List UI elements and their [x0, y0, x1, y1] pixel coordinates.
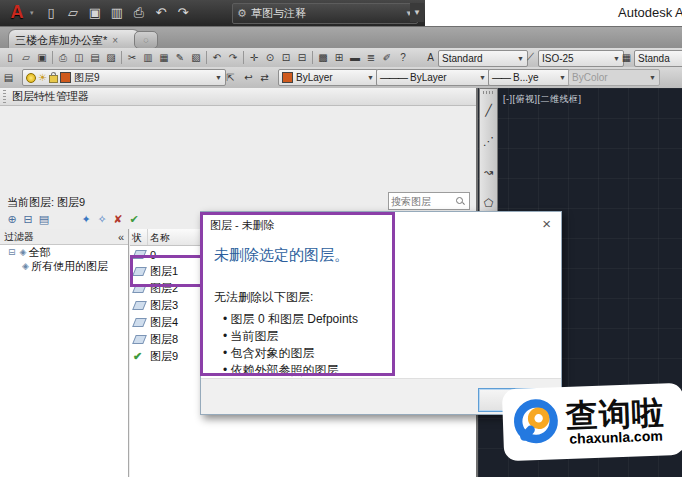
- save-icon[interactable]: ▣: [84, 2, 106, 23]
- tab-close-icon[interactable]: ×: [112, 35, 118, 46]
- layer-states-icon[interactable]: ⇄: [258, 70, 271, 84]
- sheet-set-icon[interactable]: ≣: [363, 50, 379, 65]
- open-file-icon[interactable]: ▱: [62, 2, 84, 23]
- app-menu-button[interactable]: A: [4, 2, 30, 23]
- undo-icon[interactable]: ↶: [209, 50, 225, 65]
- print-icon[interactable]: ⎙: [128, 2, 150, 23]
- help-icon[interactable]: ?: [395, 50, 411, 65]
- filter-tree-item[interactable]: ⊟◈全部: [0, 245, 128, 259]
- file-tab-bar: 三楼仓库加办公室* × ◌: [0, 26, 682, 49]
- make-object-layer-current-icon[interactable]: ⇱: [224, 70, 237, 84]
- zoom-window-icon[interactable]: ⊡: [278, 50, 294, 65]
- new-vp-frozen-layer-icon[interactable]: ✧: [94, 212, 110, 228]
- gear-icon: ⚙: [237, 7, 247, 20]
- redo-icon[interactable]: ↷: [225, 50, 241, 65]
- expand-icon[interactable]: ⊟: [8, 247, 16, 257]
- chevron-down-icon: ▼: [212, 74, 222, 81]
- properties-icon[interactable]: ▩: [315, 50, 331, 65]
- layers-toolbar: ▤ ☀ 图层9 ▼ ⇱ ↩ ⇄ ByLayer ▼ ——— ByLayer ▼ …: [0, 67, 682, 89]
- toolbar-grip[interactable]: [483, 91, 494, 94]
- column-header[interactable]: 状: [130, 229, 148, 245]
- zoom-previous-icon[interactable]: ⊟: [294, 50, 310, 65]
- save-as-icon[interactable]: ▥: [106, 2, 128, 23]
- layer-status-cell: [130, 250, 148, 259]
- plot-style-value: ByColor: [572, 72, 608, 83]
- paste-icon[interactable]: ▦: [156, 50, 172, 65]
- markup-icon[interactable]: ✐: [379, 50, 395, 65]
- linetype-value: ByLayer: [410, 72, 447, 83]
- lineweight-value: B...ye: [513, 72, 539, 83]
- layer-status-cell: [130, 318, 148, 327]
- layer-properties-icon[interactable]: ▤: [2, 70, 15, 84]
- standard-toolbar: ▯▱▣⎙◫▤▨✂▥▦✎▧↶↷✛⊙⊡⊟▩⊞▬≣✐? A Standard ▼ ⟋ …: [0, 48, 682, 68]
- dialog-bullet: 包含对象的图层: [223, 345, 561, 362]
- table-style-dropdown[interactable]: Standa: [634, 50, 682, 67]
- save-icon[interactable]: ▣: [34, 50, 50, 65]
- new-group-filter-icon[interactable]: ⊟: [20, 212, 36, 228]
- dialog-title: 图层 - 未删除: [201, 212, 561, 233]
- new-icon[interactable]: ▯: [2, 50, 18, 65]
- layer-status-icon: [132, 335, 147, 344]
- collapse-icon[interactable]: «: [118, 231, 124, 243]
- file-tab[interactable]: 三楼仓库加办公室* ×: [8, 29, 140, 50]
- table-style-value: Standa: [638, 53, 670, 64]
- layer-search[interactable]: [388, 192, 470, 210]
- workspace-more-button[interactable]: ▼: [410, 3, 424, 22]
- dim-style-dropdown[interactable]: ISO-25 ▼: [538, 50, 624, 67]
- title-bar: A ▾ ▯▱▣▥⎙↶↷ ⚙ 草图与注释 ▼ ▼ Autodesk A: [0, 0, 682, 26]
- line-icon[interactable]: ╱: [481, 95, 497, 126]
- search-input[interactable]: [389, 196, 455, 207]
- cut-icon[interactable]: ✂: [124, 50, 140, 65]
- layer-dropdown[interactable]: ☀ 图层9 ▼: [22, 69, 226, 86]
- filter-label: 全部: [28, 245, 50, 260]
- delete-layer-icon[interactable]: ✘: [110, 212, 126, 228]
- new-tab-button[interactable]: ◌: [134, 31, 158, 49]
- batch-plot-icon[interactable]: ▨: [103, 50, 119, 65]
- text-style-dropdown[interactable]: Standard ▼: [438, 50, 528, 67]
- workspace-dropdown[interactable]: ⚙ 草图与注释 ▼: [232, 3, 418, 24]
- filters-header: 过滤器 «: [0, 229, 128, 245]
- palette-grip[interactable]: [3, 90, 6, 103]
- dialog-bullet: 当前图层: [223, 328, 561, 345]
- undo-icon[interactable]: ↶: [150, 2, 172, 23]
- standard-toolbar-icons: ▯▱▣⎙◫▤▨✂▥▦✎▧↶↷✛⊙⊡⊟▩⊞▬≣✐?: [2, 48, 411, 67]
- dim-style-value: ISO-25: [542, 53, 574, 64]
- viewport-controls[interactable]: [-][俯视][二维线框]: [503, 93, 582, 106]
- chevron-down-icon: ▼: [514, 55, 524, 62]
- construction-line-icon[interactable]: ⋰: [481, 126, 497, 157]
- plot-icon[interactable]: ⎙: [55, 50, 71, 65]
- dialog-close-icon[interactable]: ×: [542, 215, 551, 232]
- lock-icon: [49, 75, 58, 83]
- new-property-filter-icon[interactable]: ⊕: [4, 212, 20, 228]
- match-properties-icon[interactable]: ✎: [172, 50, 188, 65]
- brand-strip: Autodesk A: [425, 0, 682, 26]
- tool-palettes-icon[interactable]: ▬: [347, 50, 363, 65]
- new-layer-icon[interactable]: ✦: [78, 212, 94, 228]
- lineweight-dropdown[interactable]: —— B...ye ▼: [488, 69, 570, 86]
- layer-previous-icon[interactable]: ↩: [242, 70, 255, 84]
- open-icon[interactable]: ▱: [18, 50, 34, 65]
- copy-icon[interactable]: ▥: [140, 50, 156, 65]
- dialog-bullet-list: 图层 0 和图层 Defpoints当前图层包含对象的图层依赖外部参照的图层: [223, 311, 561, 379]
- table-style-icon: ▦: [620, 50, 633, 64]
- pan-icon[interactable]: ✛: [246, 50, 262, 65]
- block-editor-icon[interactable]: ▧: [188, 50, 204, 65]
- publish-icon[interactable]: ▤: [87, 50, 103, 65]
- redo-icon[interactable]: ↷: [172, 2, 194, 23]
- filter-tree-panel: 过滤器 « ⊟◈全部◈所有使用的图层: [0, 229, 129, 477]
- plot-preview-icon[interactable]: ◫: [71, 50, 87, 65]
- linetype-dropdown[interactable]: ——— ByLayer ▼: [376, 69, 490, 86]
- filter-tree-item[interactable]: ◈所有使用的图层: [0, 259, 128, 273]
- dialog-bullet: 图层 0 和图层 Defpoints: [223, 311, 561, 328]
- design-center-icon[interactable]: ⊞: [331, 50, 347, 65]
- new-file-icon[interactable]: ▯: [40, 2, 62, 23]
- toolbar-separator: [312, 51, 313, 64]
- toolbar-separator: [206, 51, 207, 64]
- polyline-icon[interactable]: ↝: [481, 157, 497, 188]
- toolbar-separator: [121, 51, 122, 64]
- zoom-realtime-icon[interactable]: ⊙: [262, 50, 278, 65]
- filter-label: 所有使用的图层: [31, 259, 108, 274]
- set-current-icon[interactable]: ✔: [126, 212, 142, 228]
- layer-states-manager-icon[interactable]: ▤: [36, 212, 52, 228]
- color-dropdown[interactable]: ByLayer ▼: [278, 69, 378, 86]
